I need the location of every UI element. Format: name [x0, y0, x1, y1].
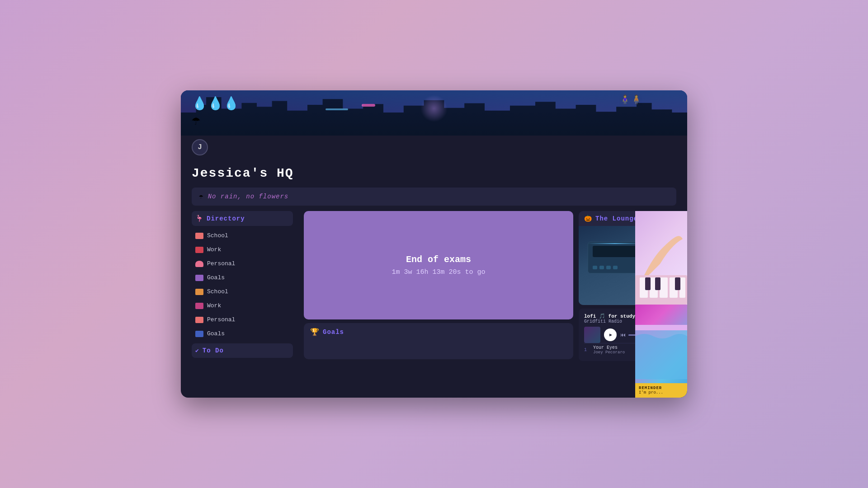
tagline-emoji: ☂️ — [199, 192, 203, 201]
reminder-label: REMINDER — [639, 386, 684, 390]
countdown-time: 1m 3w 16h 13m 20s to go — [392, 268, 485, 276]
reminder-text: I'm pro... — [639, 390, 684, 395]
banner: 💧💧💧☂ 🧍‍♀️🧍 — [181, 90, 687, 136]
countdown-widget: End of exams 1m 3w 16h 13m 20s to go — [304, 211, 573, 319]
main-content: 🦩 Directory School Work Personal Goals — [181, 211, 687, 398]
folder-icon-goals-1 — [195, 275, 203, 281]
folder-icon-personal-2 — [195, 317, 203, 323]
side-image-top — [635, 211, 687, 305]
dir-label-school-1: School — [207, 232, 228, 239]
dir-item-personal-1[interactable]: Personal — [192, 258, 293, 270]
avatar[interactable]: J — [192, 139, 208, 155]
folder-icon-school-1 — [195, 233, 203, 239]
dir-label-work-2: Work — [207, 302, 221, 309]
side-panel: REMINDER I'm pro... — [635, 211, 687, 398]
dir-label-work-1: Work — [207, 246, 221, 253]
directory-header: 🦩 Directory — [192, 211, 293, 226]
sidebar: 🦩 Directory School Work Personal Goals — [181, 211, 298, 398]
lounge-title: The Lounge — [595, 215, 638, 222]
user-header: J — [181, 136, 687, 163]
song-number: 1 — [584, 347, 590, 352]
app-window: 💧💧💧☂ 🧍‍♀️🧍 J Jessica's HQ ☂️ No rain, no… — [181, 90, 687, 398]
center-column: End of exams 1m 3w 16h 13m 20s to go 🏆 G… — [298, 211, 579, 398]
prev-button[interactable]: ⏮ — [620, 332, 626, 338]
dir-item-school-2[interactable]: School — [192, 286, 293, 298]
dir-item-goals-1[interactable]: Goals — [192, 272, 293, 284]
side-image-bottom: REMINDER I'm pro... — [635, 305, 687, 398]
dir-label-goals-1: Goals — [207, 274, 225, 281]
svg-rect-6 — [645, 277, 651, 290]
dir-label-goals-2: Goals — [207, 330, 225, 337]
goals-title: Goals — [323, 328, 344, 336]
goals-widget-header: 🏆 Goals — [310, 328, 567, 337]
directory-emoji-icon: 🦩 — [195, 215, 203, 222]
reminder-bar: REMINDER I'm pro... — [635, 383, 687, 398]
todo-header: ✔ To Do — [192, 343, 293, 358]
svg-rect-7 — [655, 277, 660, 290]
page-title-section: Jessica's HQ — [181, 163, 687, 188]
svg-rect-8 — [675, 277, 680, 290]
folder-icon-goals-2 — [195, 331, 203, 337]
directory-title: Directory — [207, 215, 245, 222]
dir-item-work-2[interactable]: Work — [192, 300, 293, 312]
countdown-title: End of exams — [406, 254, 471, 265]
goals-widget: 🏆 Goals — [304, 323, 573, 359]
tagline-bar: ☂️ No rain, no flowers — [192, 188, 676, 206]
todo-title: To Do — [203, 347, 224, 354]
lounge-emoji-icon: 🎃 — [584, 215, 592, 222]
album-art — [584, 327, 600, 343]
svg-rect-10 — [635, 325, 687, 330]
banner-figures: 🧍‍♀️🧍 — [619, 94, 642, 105]
dir-label-school-2: School — [207, 288, 228, 295]
folder-icon-work-2 — [195, 303, 203, 309]
tagline-text: No rain, no flowers — [208, 193, 289, 200]
page-title: Jessica's HQ — [192, 166, 676, 180]
dir-item-work-1[interactable]: Work — [192, 244, 293, 256]
banner-umbrella-icon: 💧💧💧☂ — [192, 96, 239, 129]
play-icon: ▶ — [609, 332, 612, 338]
folder-icon-work-1 — [195, 247, 203, 253]
dir-label-personal-2: Personal — [207, 316, 235, 323]
svg-rect-3 — [660, 277, 668, 298]
dir-item-personal-2[interactable]: Personal — [192, 314, 293, 326]
dir-item-school-1[interactable]: School — [192, 230, 293, 242]
folder-icon-personal-1 — [195, 261, 203, 267]
todo-check-icon: ✔ — [195, 347, 199, 354]
goals-emoji-icon: 🏆 — [310, 328, 319, 337]
folder-icon-school-2 — [195, 289, 203, 295]
dir-label-personal-1: Personal — [207, 260, 235, 267]
play-button[interactable]: ▶ — [604, 328, 617, 341]
dir-item-goals-2[interactable]: Goals — [192, 328, 293, 340]
